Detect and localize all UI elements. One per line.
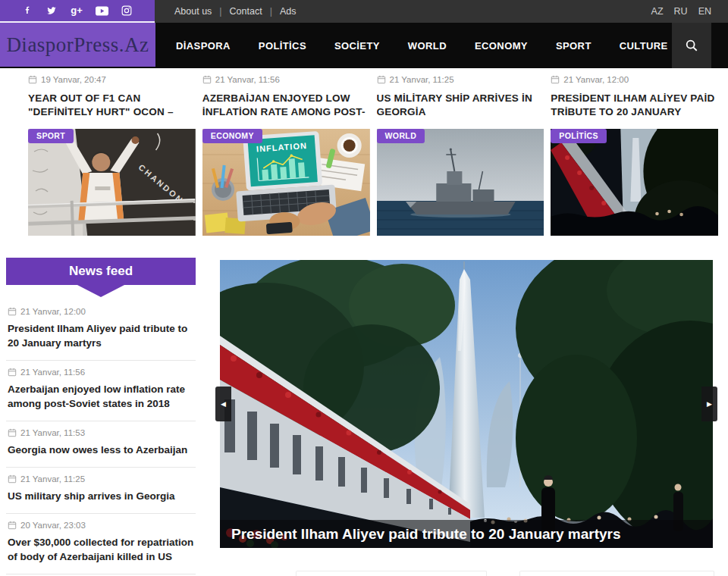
carousel-image[interactable]	[220, 260, 713, 548]
article-image-sport[interactable]: SPORT CHANDON	[28, 129, 196, 236]
list-item: 20 Yanvar, 23:03 Over $30,000 collected …	[6, 514, 196, 574]
separator: |	[270, 6, 272, 17]
category-tag[interactable]: ECONOMY	[202, 129, 262, 143]
feed-item-date-text: 20 Yanvar, 23:03	[20, 521, 86, 530]
article-date-text: 21 Yanvar, 12:00	[563, 75, 629, 84]
article-date: 21 Yanvar, 11:56	[202, 74, 370, 85]
category-tag[interactable]: POLİTİCS	[551, 129, 607, 143]
topbar: g+ About us | Contact | Ads AZ RU EN	[0, 0, 728, 23]
feed-item-date-text: 21 Yanvar, 11:25	[20, 474, 85, 484]
topbar-links: About us | Contact | Ads	[174, 0, 296, 23]
next-section-hint	[519, 571, 714, 576]
carousel-prev-button[interactable]: ◀	[215, 387, 231, 421]
article-card: 21 Yanvar, 11:25 US MİLİTARY SHİP ARRİVE…	[377, 74, 544, 236]
list-item: 21 Yanvar, 12:00 President Ilham Aliyev …	[6, 300, 196, 361]
calendar-icon	[551, 75, 560, 84]
nav-culture[interactable]: CULTURE	[620, 40, 668, 52]
facebook-icon	[23, 5, 33, 16]
feed-item-title[interactable]: President Ilham Aliyev paid tribute to 2…	[8, 321, 194, 350]
feed-item-date-text: 21 Yanvar, 11:56	[20, 368, 85, 377]
feed-item-title[interactable]: US military ship arrives in Georgia	[8, 489, 194, 503]
lang-az[interactable]: AZ	[651, 6, 664, 17]
about-us-link[interactable]: About us	[174, 6, 212, 17]
article-title[interactable]: AZERBAİJAN ENJOYED LOW İNFLATİON RATE AM…	[202, 92, 370, 119]
twitter-icon	[46, 5, 58, 16]
calendar-icon	[8, 428, 17, 437]
calendar-icon	[28, 75, 37, 84]
top-articles: 19 Yanvar, 20:47 YEAR OUT OF F1 CAN "DEF…	[28, 74, 718, 236]
nav-sport[interactable]: SPORT	[556, 40, 592, 52]
feed-item-date: 21 Yanvar, 12:00	[8, 307, 194, 316]
youtube-icon	[96, 6, 108, 16]
carousel-next-button[interactable]: ▶	[701, 387, 717, 421]
calendar-icon	[8, 307, 17, 316]
google-plus-link[interactable]: g+	[71, 5, 83, 17]
chevron-left-icon: ◀	[221, 400, 226, 408]
page: g+ About us | Contact | Ads AZ RU EN Dia…	[0, 0, 728, 576]
article-card: 19 Yanvar, 20:47 YEAR OUT OF F1 CAN "DEF…	[28, 74, 196, 236]
feed-item-date: 21 Yanvar, 11:56	[8, 368, 194, 377]
calendar-icon	[8, 368, 17, 377]
contact-link[interactable]: Contact	[230, 6, 262, 17]
article-card: 21 Yanvar, 11:56 AZERBAİJAN ENJOYED LOW …	[202, 74, 370, 236]
article-image-world[interactable]: WORLD	[377, 129, 544, 236]
main-nav: DİASPORA POLİTİCS SOCİETY WORLD ECONOMY …	[176, 23, 668, 68]
world-photo-illustration	[377, 129, 544, 236]
nav-economy[interactable]: ECONOMY	[475, 40, 528, 52]
twitter-link[interactable]	[46, 5, 58, 17]
article-date-text: 21 Yanvar, 11:56	[215, 75, 280, 84]
article-title[interactable]: YEAR OUT OF F1 CAN "DEFİNİTELY HURT" OCO…	[28, 92, 196, 119]
feed-item-date: 21 Yanvar, 11:25	[8, 474, 194, 484]
feed-item-date-text: 21 Yanvar, 11:53	[20, 428, 85, 437]
separator: |	[219, 6, 221, 17]
google-plus-icon: g+	[71, 5, 83, 16]
site-logo-text: DiasporPress.Az	[6, 33, 149, 57]
search-button[interactable]	[672, 23, 711, 68]
article-title[interactable]: PRESİDENT ILHAM ALİYEV PAİD TRİBUTE TO 2…	[551, 92, 718, 119]
search-icon	[685, 39, 698, 52]
news-feed-pointer	[77, 285, 124, 297]
article-date-text: 21 Yanvar, 11:25	[390, 75, 454, 84]
article-date: 21 Yanvar, 11:25	[377, 74, 544, 85]
site-logo[interactable]: DiasporPress.Az	[0, 23, 155, 67]
chevron-right-icon: ▶	[707, 400, 712, 408]
list-item: 21 Yanvar, 11:25 US military ship arrive…	[6, 468, 196, 514]
header: DiasporPress.Az DİASPORA POLİTİCS SOCİET…	[0, 23, 728, 68]
feed-item-date: 21 Yanvar, 11:53	[8, 428, 194, 437]
calendar-icon	[377, 75, 386, 84]
feed-item-date-text: 21 Yanvar, 12:00	[20, 307, 86, 316]
feed-item-title[interactable]: Over $30,000 collected for repatriation …	[8, 535, 194, 564]
instagram-link[interactable]	[121, 5, 132, 17]
ads-link[interactable]: Ads	[280, 6, 297, 17]
featured-carousel: ◀ ▶ President Ilham Aliyev paid tribute …	[220, 260, 713, 548]
article-title[interactable]: US MİLİTARY SHİP ARRİVES İN GEORGİA	[377, 92, 544, 119]
category-tag[interactable]: SPORT	[28, 129, 74, 143]
article-date: 19 Yanvar, 20:47	[28, 74, 196, 85]
nav-society[interactable]: SOCİETY	[334, 40, 380, 52]
article-image-economy[interactable]: ECONOMY IN	[202, 129, 370, 236]
lang-ru[interactable]: RU	[674, 6, 688, 17]
martyrs-alley-illustration	[220, 260, 713, 548]
carousel-caption[interactable]: President Ilham Aliyev paid tribute to 2…	[220, 520, 713, 548]
language-switcher: AZ RU EN	[651, 0, 711, 23]
nav-politics[interactable]: POLİTİCS	[259, 40, 306, 52]
politics-photo-illustration	[551, 129, 718, 236]
feed-item-title[interactable]: Georgia now owes less to Azerbaijan	[8, 443, 194, 457]
instagram-icon	[121, 5, 132, 16]
social-bar: g+	[0, 0, 155, 23]
feed-item-title[interactable]: Azerbaijan enjoyed low inflation rate am…	[8, 382, 194, 411]
article-card: 21 Yanvar, 12:00 PRESİDENT ILHAM ALİYEV …	[551, 74, 718, 236]
article-date-text: 19 Yanvar, 20:47	[41, 75, 106, 84]
list-item: 21 Yanvar, 11:56 Azerbaijan enjoyed low …	[6, 361, 196, 421]
facebook-link[interactable]	[23, 5, 33, 17]
calendar-icon	[8, 474, 17, 484]
lang-en[interactable]: EN	[698, 6, 711, 17]
nav-world[interactable]: WORLD	[408, 40, 447, 52]
economy-photo-illustration: INFLATION	[202, 129, 370, 236]
article-image-politics[interactable]: POLİTİCS	[551, 129, 718, 236]
list-item: 21 Yanvar, 11:53 Georgia now owes less t…	[6, 421, 196, 468]
category-tag[interactable]: WORLD	[377, 129, 425, 143]
nav-diaspora[interactable]: DİASPORA	[176, 40, 231, 52]
youtube-link[interactable]	[96, 5, 108, 17]
news-feed-list: 21 Yanvar, 12:00 President Ilham Aliyev …	[6, 300, 196, 574]
